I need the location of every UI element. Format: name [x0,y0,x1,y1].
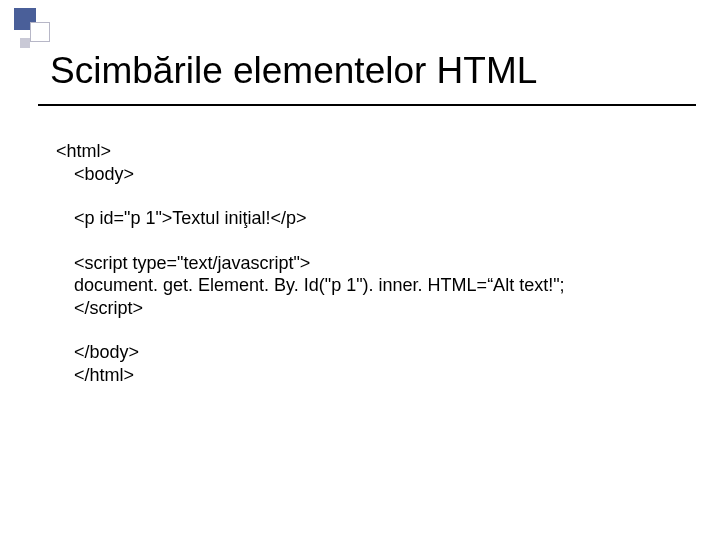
code-block-open: <html> <body> [56,140,680,185]
code-line: </body> [56,341,680,364]
decor-square-outline [30,22,50,42]
title-rule [38,104,696,106]
code-line: <p id="p 1">Textul iniţial!</p> [56,207,680,230]
code-line: <body> [56,163,680,186]
code-block-paragraph: <p id="p 1">Textul iniţial!</p> [56,207,680,230]
code-line: <html> [56,140,680,163]
code-block-close: </body> </html> [56,341,680,386]
code-line: </html> [56,364,680,387]
slide-title: Scimbările elementelor HTML [50,50,537,92]
code-line: </script> [56,297,680,320]
code-line: document. get. Element. By. Id("p 1"). i… [56,274,680,297]
slide-body: <html> <body> <p id="p 1">Textul iniţial… [56,140,680,408]
code-line: <script type="text/javascript"> [56,252,680,275]
decor-square-gray [20,38,30,48]
code-block-script: <script type="text/javascript"> document… [56,252,680,320]
slide: Scimbările elementelor HTML <html> <body… [0,0,720,540]
